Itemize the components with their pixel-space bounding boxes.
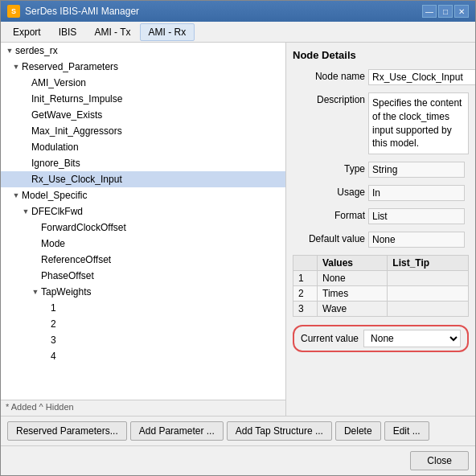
tree-item[interactable]: Ignore_Bits <box>1 155 285 171</box>
tree-toggle-icon <box>39 351 51 362</box>
default-value-row: Default value None <box>293 232 469 248</box>
tree-toggle-icon <box>39 302 51 314</box>
tree-toggle-icon[interactable]: ▼ <box>30 286 41 298</box>
maximize-button[interactable]: □ <box>438 5 453 18</box>
tree-item[interactable]: 2 <box>1 316 285 332</box>
tree-panel: ▼serdes_rx▼Reserved_ParametersAMI_Versio… <box>1 43 286 416</box>
tree-item[interactable]: Max_Init_Aggressors <box>1 123 285 139</box>
app-icon: S <box>7 5 20 18</box>
title-bar: S SerDes IBIS-AMI Manager — □ ✕ <box>1 1 475 22</box>
delete-button[interactable]: Delete <box>335 421 381 441</box>
tree-toggle-icon <box>20 174 31 185</box>
type-row: Type String <box>293 162 469 178</box>
status-bar: * Added ^ Hidden <box>1 400 285 416</box>
type-value: String <box>368 162 465 178</box>
menu-ibis[interactable]: IBIS <box>50 23 86 41</box>
tree-toggle-icon <box>30 222 41 233</box>
tree-item[interactable]: 4 <box>1 348 285 364</box>
usage-row: Usage In <box>293 185 469 201</box>
tree-item-label: serdes_rx <box>15 45 282 56</box>
table-cell-value: Wave <box>318 302 388 317</box>
table-cell-tip <box>388 302 469 317</box>
minimize-button[interactable]: — <box>422 5 437 18</box>
close-window-button[interactable]: ✕ <box>454 5 469 18</box>
close-button[interactable]: Close <box>410 451 469 470</box>
tree-item[interactable]: GetWave_Exists <box>1 107 285 123</box>
tree-toggle-icon[interactable]: ▼ <box>10 61 22 72</box>
default-value-label: Default value <box>293 232 365 244</box>
tree-item[interactable]: PhaseOffset <box>1 268 285 284</box>
tree-toggle-icon[interactable]: ▼ <box>20 206 31 217</box>
close-row: Close <box>1 445 475 475</box>
tree-item[interactable]: ▼DFEClkFwd <box>1 203 285 220</box>
tree-item[interactable]: Init_Returns_Impulse <box>1 91 285 107</box>
tree-toggle-icon[interactable]: ▼ <box>4 45 15 56</box>
description-text: Specifies the content of the clock_times… <box>368 92 469 154</box>
main-content: ▼serdes_rx▼Reserved_ParametersAMI_Versio… <box>1 43 475 416</box>
tree-item[interactable]: ▼Model_Specific <box>1 187 285 203</box>
tree-item-label: Max_Init_Aggressors <box>31 125 282 137</box>
table-cell-tip <box>388 286 469 302</box>
description-label: Description <box>293 92 365 105</box>
add-tap-structure-button[interactable]: Add Tap Structure ... <box>227 421 332 441</box>
tree-item-label: 3 <box>51 334 282 346</box>
col-num <box>293 256 318 271</box>
table-row[interactable]: 2Times <box>293 286 469 302</box>
tree-toggle-icon <box>39 334 51 346</box>
details-panel: Node Details Node name Description Speci… <box>286 43 475 416</box>
window-title: SerDes IBIS-AMI Manager <box>25 6 139 17</box>
tree-item[interactable]: ReferenceOffset <box>1 252 285 268</box>
default-value: None <box>368 232 465 248</box>
tree-item[interactable]: AMI_Version <box>1 75 285 91</box>
details-header: Node Details <box>293 49 469 61</box>
table-cell-num: 2 <box>293 286 318 302</box>
tree-item-label: Model_Specific <box>22 190 282 201</box>
tree-toggle-icon <box>30 238 41 249</box>
current-value-row: Current value NoneTimesWave <box>293 325 469 352</box>
edit-button[interactable]: Edit ... <box>384 421 429 441</box>
node-name-label: Node name <box>293 69 365 82</box>
tree-item[interactable]: ForwardClockOffset <box>1 220 285 236</box>
usage-label: Usage <box>293 185 365 198</box>
tree-item-label: PhaseOffset <box>41 270 282 281</box>
tree-item-label: 2 <box>51 318 282 330</box>
format-label: Format <box>293 208 365 221</box>
tree-scroll[interactable]: ▼serdes_rx▼Reserved_ParametersAMI_Versio… <box>1 43 285 400</box>
current-value-select[interactable]: NoneTimesWave <box>363 330 461 347</box>
tree-toggle-icon <box>30 270 41 281</box>
tree-item[interactable]: ▼Reserved_Parameters <box>1 59 285 75</box>
menu-ami-rx[interactable]: AMI - Rx <box>140 23 195 41</box>
tree-item-label: Rx_Use_Clock_Input <box>31 174 282 185</box>
add-parameter-button[interactable]: Add Parameter ... <box>130 421 224 441</box>
table-cell-num: 3 <box>293 302 318 317</box>
reserved-parameters-button[interactable]: Reserved Parameters... <box>7 421 127 441</box>
values-table: Values List_Tip 1None2Times3Wave <box>293 255 469 317</box>
table-row[interactable]: 3Wave <box>293 302 469 317</box>
menu-ami-tx[interactable]: AMI - Tx <box>85 23 139 41</box>
tree-item-label: Modulation <box>31 142 282 153</box>
tree-item[interactable]: Modulation <box>1 139 285 155</box>
menu-export[interactable]: Export <box>4 23 50 41</box>
tree-item-label: AMI_Version <box>31 77 282 88</box>
tree-item[interactable]: ▼TapWeights <box>1 284 285 300</box>
col-list-tip: List_Tip <box>388 256 469 271</box>
tree-item[interactable]: 1 <box>1 300 285 316</box>
tree-item[interactable]: ▼serdes_rx <box>1 43 285 59</box>
tree-item-label: 4 <box>51 351 282 362</box>
tree-item-label: Ignore_Bits <box>31 158 282 169</box>
description-row: Description Specifies the content of the… <box>293 92 469 154</box>
table-row[interactable]: 1None <box>293 271 469 286</box>
tree-item[interactable]: Mode <box>1 236 285 252</box>
tree-item[interactable]: Rx_Use_Clock_Input <box>1 171 285 187</box>
tree-item-label: Reserved_Parameters <box>22 61 282 72</box>
tree-item-label: 1 <box>51 302 282 314</box>
tree-toggle-icon <box>30 254 41 265</box>
title-bar-left: S SerDes IBIS-AMI Manager <box>7 5 139 18</box>
tree-item[interactable]: 3 <box>1 332 285 348</box>
node-name-input[interactable] <box>368 69 475 85</box>
values-table-container: Values List_Tip 1None2Times3Wave <box>293 255 469 317</box>
main-window: S SerDes IBIS-AMI Manager — □ ✕ Export I… <box>0 0 476 476</box>
tree-toggle-icon <box>20 142 31 153</box>
tree-toggle-icon[interactable]: ▼ <box>10 190 22 201</box>
bottom-buttons: Reserved Parameters... Add Parameter ...… <box>1 416 475 445</box>
